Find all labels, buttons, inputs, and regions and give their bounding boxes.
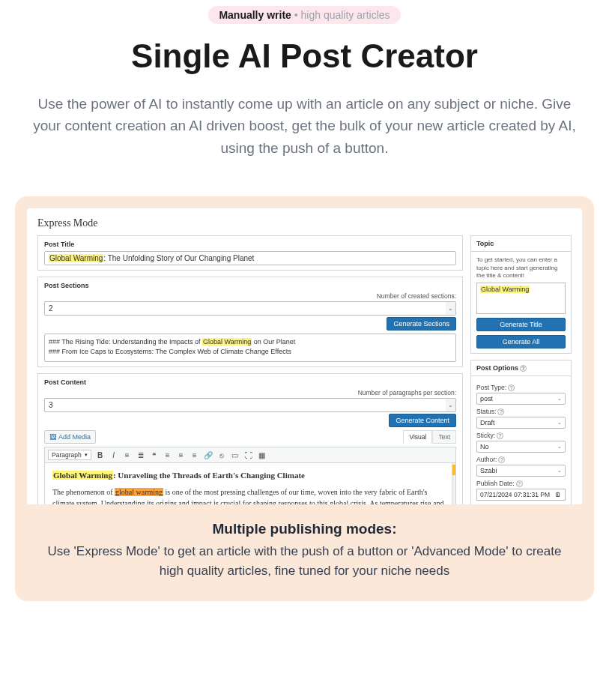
help-icon[interactable]: ? xyxy=(497,432,503,439)
sections-count-chevron[interactable]: ⌄ xyxy=(446,301,456,316)
generate-sections-button[interactable]: Generate Sections xyxy=(387,317,456,331)
post-title-label: Post Title xyxy=(44,241,456,248)
post-options-box: Post Options? Post Type:? post⌄ Status:?… xyxy=(470,360,572,504)
lead-paragraph: Use the power of AI to instantly come up… xyxy=(28,93,582,159)
help-icon[interactable]: ? xyxy=(508,384,515,391)
post-title-highlight: Global Warming xyxy=(49,254,103,262)
publish-date-label: Publish Date:? xyxy=(476,480,566,487)
author-select[interactable]: Szabi⌄ xyxy=(476,465,566,477)
chevron-down-icon: ⌄ xyxy=(557,420,562,426)
topic-heading: Topic xyxy=(471,236,571,252)
header-badge: Manually write • high quality articles xyxy=(208,6,400,24)
unlink-icon[interactable]: ⎋ xyxy=(217,451,226,459)
bold-icon[interactable]: B xyxy=(96,451,105,459)
status-label: Status:? xyxy=(476,408,566,415)
help-icon[interactable]: ? xyxy=(497,408,504,415)
editor-tabs: Visual Text xyxy=(403,430,456,444)
generate-title-button[interactable]: Generate Title xyxy=(476,318,566,331)
editor-scrollbar[interactable] xyxy=(452,463,455,504)
post-options-heading: Post Options? xyxy=(471,360,571,376)
author-label: Author:? xyxy=(476,456,566,463)
page-title: Single AI Post Creator xyxy=(15,37,594,75)
sections-count-input[interactable]: 2 xyxy=(44,301,446,316)
chevron-down-icon: ⌄ xyxy=(557,444,562,450)
chevron-down-icon: ⌄ xyxy=(557,468,562,474)
paragraphs-count-input[interactable]: 3 xyxy=(44,398,446,412)
badge-strong: Manually write xyxy=(219,9,291,21)
topic-help: To get started, you can enter a topic he… xyxy=(476,256,566,280)
toolbar-toggle-icon[interactable]: ▦ xyxy=(258,451,267,459)
sticky-select[interactable]: No⌄ xyxy=(476,441,566,453)
paragraphs-count-chevron[interactable]: ⌄ xyxy=(446,398,456,412)
created-sections-label: Number of created sections: xyxy=(44,292,456,300)
post-title-rest: : The Unfolding Story of Our Changing Pl… xyxy=(103,254,254,262)
media-icon: 🖼 xyxy=(49,433,56,441)
align-center-icon[interactable]: ≡ xyxy=(177,451,186,459)
sections-textarea[interactable]: ### The Rising Tide: Understanding the I… xyxy=(44,334,456,362)
post-content-box: Post Content Number of paragraphs per se… xyxy=(37,373,463,504)
publish-date-input[interactable]: 07/21/2024 07:31:31 PM🗓 xyxy=(476,489,566,501)
status-select[interactable]: Draft⌄ xyxy=(476,417,566,429)
number-list-icon[interactable]: ≣ xyxy=(136,451,145,459)
mode-title: Express Mode xyxy=(37,217,572,229)
caption-heading: Multiple publishing modes: xyxy=(27,521,582,537)
more-icon[interactable]: ▭ xyxy=(231,451,240,459)
topic-box: Topic To get started, you can enter a to… xyxy=(470,235,572,354)
paragraph-select[interactable]: Paragraph▾ xyxy=(48,450,91,460)
generate-all-button[interactable]: Generate All xyxy=(476,335,566,349)
post-type-select[interactable]: post⌄ xyxy=(476,393,566,405)
link-icon[interactable]: 🔗 xyxy=(204,451,213,459)
post-sections-box: Post Sections Number of created sections… xyxy=(37,277,463,367)
help-icon[interactable]: ? xyxy=(498,456,505,463)
generate-content-button[interactable]: Generate Content xyxy=(389,414,456,427)
editor-content[interactable]: Global Warming: Unraveling the Threads o… xyxy=(44,463,456,504)
post-sections-label: Post Sections xyxy=(44,282,456,289)
italic-icon[interactable]: I xyxy=(109,451,118,459)
post-type-label: Post Type:? xyxy=(476,384,566,391)
editor-toolbar: Paragraph▾ B I ≡ ≣ ❝ ≡ ≡ ≡ 🔗 ⎋ ▭ xyxy=(44,447,456,463)
add-media-button[interactable]: 🖼Add Media xyxy=(44,430,96,444)
tab-visual[interactable]: Visual xyxy=(403,430,432,444)
quote-icon[interactable]: ❝ xyxy=(150,451,159,459)
calendar-icon: 🗓 xyxy=(555,491,562,498)
help-icon[interactable]: ? xyxy=(516,480,523,487)
tab-text[interactable]: Text xyxy=(432,430,456,444)
screenshot-express-mode: Express Mode Post Title Global Warming: … xyxy=(27,208,582,504)
fullscreen-icon[interactable]: ⛶ xyxy=(244,451,253,459)
caption-text: Use 'Express Mode' to get an article wit… xyxy=(35,542,575,580)
scrollbar-thumb[interactable] xyxy=(452,465,455,475)
bullet-list-icon[interactable]: ≡ xyxy=(123,451,132,459)
topic-textarea[interactable]: Global Warming xyxy=(476,283,566,314)
badge-light: • high quality articles xyxy=(291,9,390,21)
sticky-label: Sticky:? xyxy=(476,432,566,439)
post-title-box: Post Title Global Warming: The Unfolding… xyxy=(37,235,463,271)
chevron-down-icon: ⌄ xyxy=(557,396,562,402)
post-title-input[interactable]: Global Warming: The Unfolding Story of O… xyxy=(44,251,456,265)
help-icon[interactable]: ? xyxy=(520,365,527,372)
post-content-label: Post Content xyxy=(44,378,456,386)
post-categories-label: Post Categories:? xyxy=(476,504,566,504)
align-right-icon[interactable]: ≡ xyxy=(190,451,199,459)
feature-panel: Express Mode Post Title Global Warming: … xyxy=(15,196,594,601)
align-left-icon[interactable]: ≡ xyxy=(163,451,172,459)
paragraphs-label: Number of paragraphs per section: xyxy=(44,389,456,396)
